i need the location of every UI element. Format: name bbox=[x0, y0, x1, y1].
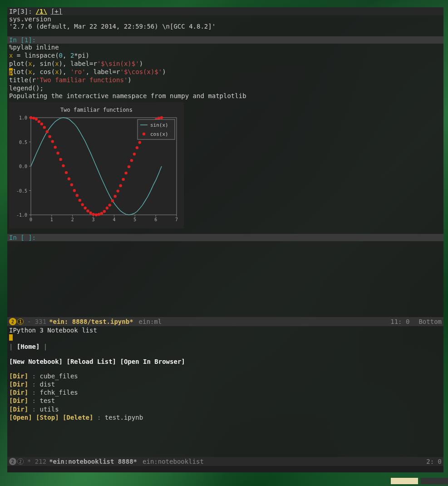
open-link[interactable]: [Open] bbox=[9, 414, 32, 421]
svg-point-51 bbox=[95, 213, 98, 216]
svg-point-67 bbox=[138, 141, 141, 144]
major-mode: ein:ml bbox=[139, 318, 162, 325]
svg-text:1.0: 1.0 bbox=[19, 115, 27, 120]
tab-add[interactable]: [+] bbox=[51, 8, 62, 15]
tab-active[interactable]: /1\ bbox=[36, 8, 47, 15]
workspace-badge-1[interactable]: 2 bbox=[9, 318, 16, 325]
svg-point-45 bbox=[79, 199, 81, 202]
tab-prefix: IP[3]: bbox=[9, 8, 32, 15]
list-item: [Dir] : dist bbox=[9, 380, 442, 388]
item-name: utils bbox=[39, 406, 59, 413]
major-mode-2: ein:notebooklist bbox=[143, 458, 204, 465]
svg-point-43 bbox=[73, 189, 76, 192]
svg-point-56 bbox=[108, 204, 111, 207]
svg-point-60 bbox=[119, 184, 122, 187]
chart-output: Two familiar functions -1.0-0.50.00.51.0… bbox=[9, 102, 184, 228]
svg-point-79 bbox=[143, 133, 145, 135]
item-name: test bbox=[39, 397, 55, 404]
notebook-buffer[interactable]: IP[3]: /1\ [+] sys.version '2.7.6 (defau… bbox=[7, 7, 443, 317]
svg-text:7: 7 bbox=[175, 217, 178, 222]
svg-text:4: 4 bbox=[113, 217, 115, 222]
svg-text:sin(x): sin(x) bbox=[150, 122, 168, 128]
cell1-line4[interactable]: plot(x, cos(x), 'ro', label=r'$\cos(x)$'… bbox=[7, 68, 443, 76]
taskbar bbox=[391, 478, 448, 486]
svg-point-74 bbox=[158, 117, 160, 119]
svg-point-48 bbox=[86, 210, 89, 213]
svg-point-65 bbox=[133, 153, 136, 156]
minibuffer[interactable] bbox=[7, 466, 443, 472]
svg-text:1: 1 bbox=[50, 217, 53, 222]
dir-link[interactable]: [Dir] bbox=[9, 397, 28, 404]
svg-text:-0.5: -0.5 bbox=[16, 188, 27, 193]
svg-point-52 bbox=[98, 213, 100, 216]
svg-point-31 bbox=[40, 123, 43, 125]
dir-link[interactable]: [Dir] bbox=[9, 406, 28, 413]
dir-link[interactable]: [Dir] bbox=[9, 372, 28, 380]
svg-text:-1.0: -1.0 bbox=[16, 213, 27, 218]
workspace-badge-2[interactable]: 1 bbox=[17, 318, 24, 325]
workspace-badge-3[interactable]: 2 bbox=[9, 458, 16, 465]
svg-point-38 bbox=[59, 158, 62, 161]
svg-point-40 bbox=[65, 171, 68, 174]
cell1-line1[interactable]: %pylab inline bbox=[7, 44, 443, 52]
taskbar-item-1[interactable] bbox=[391, 478, 418, 484]
svg-point-54 bbox=[103, 210, 106, 213]
svg-text:5: 5 bbox=[133, 217, 136, 222]
dir-link[interactable]: [Dir] bbox=[9, 381, 28, 388]
svg-point-41 bbox=[68, 178, 70, 180]
cell1-line6[interactable]: legend(); bbox=[7, 84, 443, 93]
cell1-line3[interactable]: plot(x, sin(x), label=r'$\sin(x)$') bbox=[7, 60, 443, 68]
new-notebook-button[interactable]: [New Notebook] bbox=[9, 358, 63, 365]
buffer-name-2: *ein:notebooklist 8888* bbox=[49, 458, 137, 465]
home-link[interactable]: [Home] bbox=[17, 343, 40, 350]
nblist-items: [Dir] : cube_files [Dir] : dist [Dir] : … bbox=[9, 372, 442, 422]
svg-text:6: 6 bbox=[154, 217, 157, 222]
cell1-line5[interactable]: title(r'Two familiar functions') bbox=[7, 76, 443, 84]
svg-point-49 bbox=[89, 212, 92, 214]
cell0-code: sys.version bbox=[7, 15, 443, 23]
scroll-position: Bottom bbox=[418, 318, 442, 325]
list-item: [Dir] : utils bbox=[9, 405, 442, 413]
svg-point-75 bbox=[160, 116, 163, 119]
svg-point-59 bbox=[117, 190, 119, 193]
chart-title: Two familiar functions bbox=[14, 107, 179, 113]
cell0-result: '2.7.6 (default, Mar 22 2014, 22:59:56) … bbox=[7, 23, 443, 30]
delete-link[interactable]: [Delete] bbox=[63, 414, 93, 421]
nblist-toolbar: [New Notebook] [Reload List] [Open In Br… bbox=[9, 357, 442, 366]
cell2-prompt[interactable]: In [ ]: bbox=[7, 234, 443, 241]
svg-point-29 bbox=[35, 118, 38, 120]
workspace-badge-4[interactable]: 2 bbox=[17, 458, 24, 465]
svg-point-35 bbox=[51, 140, 54, 143]
svg-point-34 bbox=[49, 135, 51, 138]
cursor-position: 11: 0 bbox=[390, 318, 409, 325]
nblist-title: IPython 3 Notebook list bbox=[9, 326, 442, 334]
svg-point-50 bbox=[92, 213, 94, 216]
dir-link[interactable]: [Dir] bbox=[9, 389, 28, 396]
open-browser-button[interactable]: [Open In Browser] bbox=[120, 358, 185, 365]
reload-list-button[interactable]: [Reload List] bbox=[66, 358, 116, 365]
modeline-bottom: 2 2 * 212 *ein:notebooklist 8888* ein:no… bbox=[7, 457, 443, 466]
svg-point-61 bbox=[122, 178, 124, 181]
svg-point-44 bbox=[76, 194, 79, 197]
nblist-breadcrumb: | [Home] | bbox=[9, 342, 442, 351]
text-cursor-2 bbox=[9, 334, 13, 341]
modeline2-state: * 212 bbox=[27, 458, 46, 465]
svg-text:2: 2 bbox=[71, 217, 74, 222]
modeline-state: - 331 bbox=[27, 318, 46, 325]
emacs-frame: IP[3]: /1\ [+] sys.version '2.7.6 (defau… bbox=[7, 7, 443, 472]
svg-point-58 bbox=[114, 195, 117, 198]
svg-point-66 bbox=[136, 147, 138, 149]
cell1-line2[interactable]: x = linspace(0, 2*pi) bbox=[7, 52, 443, 60]
taskbar-item-2[interactable] bbox=[421, 478, 448, 484]
chart-svg: -1.0-0.50.00.51.001234567sin(x)cos(x) bbox=[14, 115, 179, 224]
svg-point-27 bbox=[30, 116, 32, 119]
cell1-output: Populating the interactive namespace fro… bbox=[7, 92, 443, 99]
item-name: dist bbox=[39, 381, 55, 388]
svg-point-53 bbox=[100, 212, 103, 215]
cursor-position-2: 2: 0 bbox=[426, 458, 442, 465]
svg-text:0: 0 bbox=[30, 217, 32, 222]
notebooklist-buffer[interactable]: IPython 3 Notebook list | [Home] | [New … bbox=[7, 326, 443, 472]
svg-point-55 bbox=[106, 207, 108, 209]
svg-point-30 bbox=[38, 120, 40, 123]
stop-link[interactable]: [Stop] bbox=[36, 414, 59, 421]
